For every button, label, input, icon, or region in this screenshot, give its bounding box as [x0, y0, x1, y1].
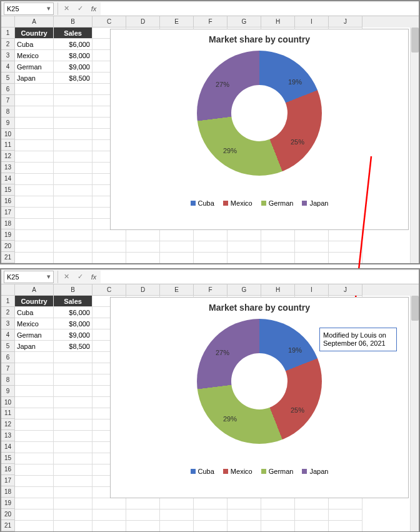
- cell-A12[interactable]: [15, 419, 54, 431]
- cell-B12[interactable]: [54, 151, 92, 163]
- cell-B6[interactable]: [54, 352, 92, 363]
- cell-F19[interactable]: [194, 230, 228, 241]
- chart-container[interactable]: Market share by country Modified by Loui…: [110, 297, 409, 498]
- col-header-J[interactable]: J: [329, 16, 362, 28]
- cell-I20[interactable]: [295, 509, 329, 521]
- cell-B2[interactable]: $6,000: [54, 307, 92, 318]
- row-header-8[interactable]: 8: [1, 374, 15, 386]
- cell-G19[interactable]: [228, 230, 261, 241]
- cell-A7[interactable]: [15, 363, 54, 374]
- cell-B18[interactable]: [54, 487, 92, 498]
- cell-I20[interactable]: [295, 241, 329, 253]
- cell-B10[interactable]: [54, 397, 92, 408]
- cell-B21[interactable]: [54, 253, 92, 263]
- row-header-9[interactable]: 9: [1, 386, 15, 397]
- col-header-E[interactable]: E: [160, 284, 194, 296]
- cell-D20[interactable]: [126, 509, 160, 521]
- cell-B1[interactable]: Sales: [54, 28, 92, 39]
- cell-A9[interactable]: [15, 386, 54, 397]
- cell-C20[interactable]: [92, 241, 126, 253]
- cell-B16[interactable]: [54, 464, 92, 476]
- col-header-D[interactable]: D: [126, 284, 160, 296]
- enter-icon[interactable]: ✓: [73, 3, 87, 15]
- col-header-F[interactable]: F: [194, 16, 228, 28]
- scroll-thumb[interactable]: [411, 28, 419, 53]
- cell-A1[interactable]: Country: [15, 28, 54, 39]
- row-header-21[interactable]: 21: [1, 520, 15, 531]
- cell-I21[interactable]: [295, 253, 329, 263]
- name-box-dropdown-icon[interactable]: ▾: [47, 273, 51, 281]
- col-header-D[interactable]: D: [126, 16, 160, 28]
- cell-A14[interactable]: [15, 174, 54, 185]
- row-header-2[interactable]: 2: [1, 39, 15, 50]
- row-header-20[interactable]: 20: [1, 509, 15, 520]
- cell-F21[interactable]: [194, 253, 228, 263]
- cell-B11[interactable]: [54, 408, 92, 419]
- cell-A4[interactable]: German: [15, 329, 54, 341]
- cell-B17[interactable]: [54, 476, 92, 487]
- cell-B13[interactable]: [54, 163, 92, 174]
- cell-A18[interactable]: [15, 487, 54, 498]
- cell-F21[interactable]: [194, 521, 228, 531]
- cell-G21[interactable]: [228, 253, 261, 263]
- row-header-18[interactable]: 18: [1, 218, 15, 229]
- col-header-F[interactable]: F: [194, 284, 228, 296]
- cell-A14[interactable]: [15, 442, 54, 453]
- cell-E21[interactable]: [160, 521, 194, 531]
- cell-E21[interactable]: [160, 253, 194, 263]
- row-header-17[interactable]: 17: [1, 207, 15, 218]
- cell-G20[interactable]: [228, 241, 261, 253]
- cell-H21[interactable]: [261, 521, 295, 531]
- cell-A8[interactable]: [15, 374, 54, 386]
- cell-C20[interactable]: [92, 509, 126, 521]
- cell-D21[interactable]: [126, 521, 160, 531]
- cell-B21[interactable]: [54, 521, 92, 531]
- cell-H20[interactable]: [261, 509, 295, 521]
- cell-A9[interactable]: [15, 118, 54, 129]
- cell-B16[interactable]: [54, 196, 92, 208]
- cell-A1[interactable]: Country: [15, 296, 54, 307]
- cell-A20[interactable]: [15, 241, 54, 253]
- cell-A2[interactable]: Cuba: [15, 39, 54, 50]
- cell-A21[interactable]: [15, 521, 54, 531]
- cell-A11[interactable]: [15, 408, 54, 419]
- col-header-I[interactable]: I: [295, 284, 329, 296]
- col-header-J[interactable]: J: [329, 284, 362, 296]
- name-box[interactable]: K25 ▾: [4, 3, 54, 15]
- cell-F20[interactable]: [194, 509, 228, 521]
- cell-B11[interactable]: [54, 140, 92, 151]
- cell-D19[interactable]: [126, 230, 160, 241]
- cell-A19[interactable]: [15, 498, 54, 509]
- row-header-15[interactable]: 15: [1, 453, 15, 464]
- row-header-16[interactable]: 16: [1, 196, 15, 207]
- cell-A11[interactable]: [15, 140, 54, 151]
- vertical-scrollbar[interactable]: [410, 296, 419, 531]
- row-header-16[interactable]: 16: [1, 464, 15, 475]
- cell-G20[interactable]: [228, 509, 261, 521]
- cell-B4[interactable]: $9,000: [54, 61, 92, 73]
- cell-C21[interactable]: [92, 253, 126, 263]
- row-header-1[interactable]: 1: [1, 296, 15, 307]
- cell-B17[interactable]: [54, 208, 92, 219]
- cell-A5[interactable]: Japan: [15, 73, 54, 84]
- cell-F19[interactable]: [194, 498, 228, 509]
- row-header-21[interactable]: 21: [1, 252, 15, 263]
- row-header-15[interactable]: 15: [1, 184, 15, 196]
- row-header-13[interactable]: 13: [1, 162, 15, 173]
- col-header-H[interactable]: H: [261, 16, 295, 28]
- select-all-corner[interactable]: [1, 16, 15, 28]
- row-header-2[interactable]: 2: [1, 307, 15, 318]
- cell-G19[interactable]: [228, 498, 261, 509]
- cell-B5[interactable]: $8,500: [54, 73, 92, 84]
- cell-E19[interactable]: [160, 498, 194, 509]
- row-header-13[interactable]: 13: [1, 430, 15, 441]
- cell-B7[interactable]: [54, 363, 92, 374]
- cell-B9[interactable]: [54, 386, 92, 397]
- name-box-dropdown-icon[interactable]: ▾: [47, 4, 51, 13]
- row-header-11[interactable]: 11: [1, 408, 15, 419]
- cell-B18[interactable]: [54, 219, 92, 230]
- row-header-5[interactable]: 5: [1, 341, 15, 352]
- cell-A13[interactable]: [15, 163, 54, 174]
- cell-A10[interactable]: [15, 397, 54, 408]
- row-header-14[interactable]: 14: [1, 173, 15, 184]
